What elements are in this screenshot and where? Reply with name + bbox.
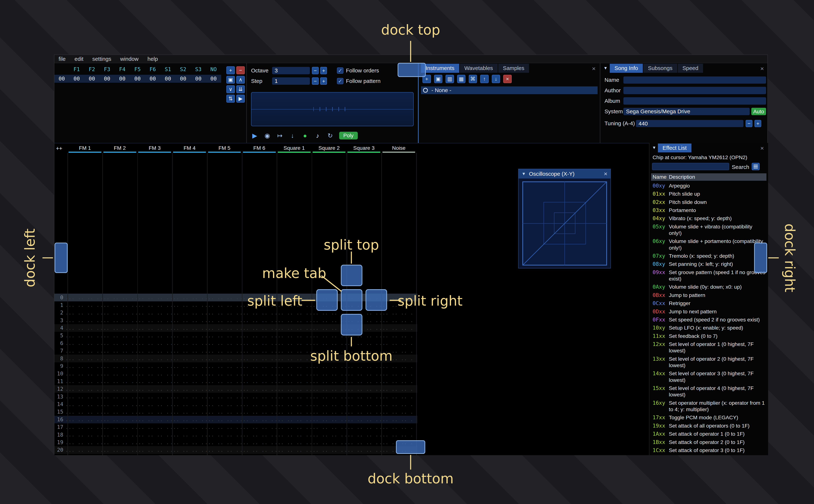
pattern-row[interactable]: 11... .. .. ....... .. .. ....... .. .. … [54, 378, 417, 385]
effect-row[interactable]: 02xxPitch slide down [649, 198, 768, 206]
search-input[interactable] [652, 163, 729, 170]
oscilloscope-titlebar[interactable]: ▼ Oscilloscope (X-Y) × [519, 169, 611, 179]
channel-header-square-1[interactable]: Square 1 [277, 144, 311, 153]
pattern-row[interactable]: 16... .. .. ....... .. .. ....... .. .. … [54, 416, 417, 423]
save-instrument-button[interactable]: ▦ [457, 75, 466, 83]
collapse-icon[interactable]: ▼ [522, 172, 526, 176]
tab-wavetables[interactable]: Wavetables [460, 64, 498, 73]
order-value-cell[interactable]: 00 [130, 76, 145, 82]
channel-header-fm-1[interactable]: FM 1 [67, 144, 102, 153]
channel-header-fm-2[interactable]: FM 2 [102, 144, 137, 153]
follow-orders-checkbox[interactable]: ✓ [337, 67, 343, 74]
album-input[interactable] [623, 97, 766, 105]
piano-widget[interactable] [251, 92, 414, 126]
order-value-cell[interactable]: 00 [99, 76, 115, 82]
orders-selected-row[interactable]: 0000000000000000000000 [54, 75, 221, 83]
effect-row[interactable]: 1AxxSet attack of operator 1 (0 to 1F) [649, 430, 768, 438]
move-instrument-down-button[interactable]: ↓ [492, 75, 500, 83]
effect-row[interactable]: 03xxPortamento [649, 206, 768, 214]
repeat-button[interactable]: ↻ [326, 132, 334, 139]
channel-header-square-3[interactable]: Square 3 [346, 144, 381, 153]
metronome-button[interactable]: ♪ [314, 132, 321, 139]
effect-row[interactable]: 04xyVibrato (x: speed; y: depth) [649, 214, 768, 223]
effect-row[interactable]: 15xxSet level of operator 4 (0 highest, … [649, 384, 768, 399]
menu-item-file[interactable]: file [59, 56, 66, 62]
dock-top-target[interactable] [397, 63, 426, 77]
order-value-cell[interactable]: 00 [84, 76, 99, 82]
duplicate-order-end-button[interactable]: ⇊ [236, 85, 245, 93]
effect-row[interactable]: 17xxToggle PCM mode (LEGACY) [649, 414, 768, 422]
effect-row[interactable]: 14xxSet level of operator 3 (0 highest, … [649, 370, 768, 384]
pattern-row[interactable]: 13... .. .. ....... .. .. ....... .. .. … [54, 393, 417, 400]
close-icon[interactable]: × [760, 65, 764, 72]
tuning-decrease-button[interactable]: − [746, 120, 752, 127]
channel-header-fm-4[interactable]: FM 4 [172, 144, 207, 153]
menu-item-help[interactable]: help [147, 56, 158, 62]
step-increase-button[interactable]: + [320, 77, 327, 85]
pattern-row[interactable]: 12... .. .. ....... .. .. ....... .. .. … [54, 385, 417, 393]
tuning-increase-button[interactable]: + [754, 120, 761, 127]
effect-row[interactable]: 0FxxSet speed (speed 2 if no grooves exi… [649, 316, 768, 324]
octave-decrease-button[interactable]: − [312, 67, 319, 74]
tab-speed[interactable]: Speed [678, 64, 703, 73]
collapse-icon[interactable]: ▼ [604, 66, 608, 70]
follow-pattern-checkbox[interactable]: ✓ [337, 78, 343, 84]
dock-right-target[interactable] [754, 243, 767, 273]
move-instrument-up-button[interactable]: ↑ [480, 75, 489, 83]
channel-header-noise[interactable]: Noise [381, 144, 416, 153]
pattern-row[interactable]: 1... .. .. ....... .. .. ....... .. .. .… [54, 301, 417, 309]
order-value-cell[interactable]: 00 [115, 76, 130, 82]
pattern-row[interactable]: 3... .. .. ....... .. .. ....... .. .. .… [54, 317, 417, 324]
poly-toggle-button[interactable]: Poly [339, 132, 358, 140]
effect-row[interactable]: 09xxSet groove pattern (speed 1 if no gr… [649, 268, 768, 283]
dock-bottom-target[interactable] [396, 440, 425, 454]
tab-instruments[interactable]: Instruments [421, 64, 459, 73]
menu-item-window[interactable]: window [120, 56, 139, 62]
step-decrease-button[interactable]: − [312, 77, 319, 85]
dock-left-target[interactable] [55, 243, 68, 273]
duplicate-order-button[interactable]: ▣ [226, 76, 235, 84]
delete-instrument-button[interactable]: × [503, 75, 512, 83]
pattern-row[interactable]: 20... .. .. ....... .. .. ....... .. .. … [54, 446, 417, 454]
order-value-cell[interactable]: 00 [160, 76, 176, 82]
close-icon[interactable]: × [760, 145, 764, 151]
channel-header-fm-5[interactable]: FM 5 [207, 144, 242, 153]
make-tab-target[interactable] [341, 289, 362, 311]
split-left-target[interactable] [316, 289, 338, 311]
name-input[interactable] [623, 76, 766, 84]
effect-row[interactable]: 05xyVolume slide + vibrato (compatibilit… [649, 223, 768, 237]
effect-row[interactable]: 13xxSet level of operator 2 (0 highest, … [649, 355, 768, 370]
author-input[interactable] [623, 87, 766, 94]
pattern-row[interactable]: 19... .. .. ....... .. .. ....... .. .. … [54, 439, 417, 446]
order-edit-button[interactable]: ▶ [236, 95, 245, 103]
tab-effect-list[interactable]: Effect List [658, 144, 691, 152]
order-change-mode-button[interactable]: ⇅ [226, 95, 235, 103]
effect-row[interactable]: 11xxSet feedback (0 to 7) [649, 332, 768, 340]
pattern-row[interactable]: 17... .. .. ....... .. .. ....... .. .. … [54, 423, 417, 431]
step-play-button[interactable]: ↦ [276, 132, 283, 139]
close-icon[interactable]: × [604, 170, 607, 177]
duplicate-instrument-button[interactable]: ▣ [434, 75, 443, 83]
collapse-icon[interactable]: ▼ [652, 146, 656, 150]
expand-channels-button[interactable]: ++ [56, 145, 62, 151]
effect-row[interactable]: 0DxxJump to next pattern [649, 307, 768, 316]
play-pattern-button[interactable]: ◉ [263, 132, 271, 139]
pattern-row[interactable]: 5... .. .. ....... .. .. ....... .. .. .… [54, 332, 417, 339]
effect-row[interactable]: 12xxSet level of operator 1 (0 highest, … [649, 340, 768, 355]
pattern-row[interactable]: 4... .. .. ....... .. .. ....... .. .. .… [54, 324, 417, 332]
effect-row[interactable]: 08xySet panning (x: left; y: right) [649, 260, 768, 268]
effect-row[interactable]: 06xyVolume slide + portamento (compatibi… [649, 237, 768, 252]
effect-row[interactable]: 1BxxSet attack of operator 2 (0 to 1F) [649, 438, 768, 446]
effect-row[interactable]: 00xyArpeggio [649, 182, 768, 190]
split-right-target[interactable] [365, 289, 387, 311]
effect-row[interactable]: 07xyTremolo (x: speed; y: depth) [649, 252, 768, 260]
close-icon[interactable]: × [592, 65, 596, 72]
tab-subsongs[interactable]: Subsongs [643, 64, 677, 73]
tab-samples[interactable]: Samples [498, 64, 529, 73]
effect-row[interactable]: 0AxyVolume slide (0y: down; x0: up) [649, 283, 768, 291]
instrument-editor-button[interactable]: ⌘ [469, 75, 477, 83]
order-value-cell[interactable]: 00 [69, 76, 84, 82]
channel-header-square-2[interactable]: Square 2 [312, 144, 346, 153]
pattern-row[interactable]: 15... .. .. ....... .. .. ....... .. .. … [54, 408, 417, 416]
tab-song-info[interactable]: Song Info [610, 64, 643, 73]
